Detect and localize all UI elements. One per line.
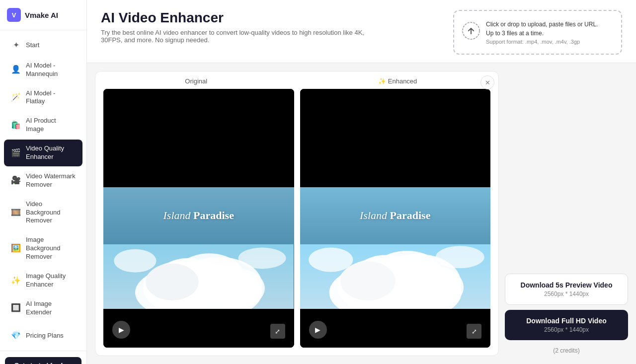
sidebar-item-pricing[interactable]: 💎 Pricing Plans — [4, 326, 82, 346]
sidebar-item-image-background-remover[interactable]: 🖼️ Image Background Remover — [4, 231, 82, 266]
original-video: Island Paradise — [103, 89, 294, 348]
logo-icon: V — [7, 8, 21, 22]
product-image-icon: 🛍️ — [11, 120, 21, 131]
sidebar-label-product-image: AI Product Image — [26, 117, 76, 134]
enhanced-label: ✨ Enhanced — [297, 77, 499, 85]
sidebar-item-ai-product-image[interactable]: 🛍️ AI Product Image — [4, 112, 82, 139]
svg-point-18 — [403, 266, 463, 308]
credits-text: (2 credits) — [505, 345, 628, 356]
video-bg-icon: 🎞️ — [11, 208, 21, 218]
sidebar-label-pricing: Pricing Plans — [26, 332, 64, 340]
svg-point-7 — [146, 263, 199, 300]
header-area: AI Video Enhancer Try the best online AI… — [87, 0, 636, 63]
pricing-icon: 💎 — [11, 331, 21, 341]
svg-point-9 — [114, 249, 156, 272]
sidebar-label-start: Start — [26, 41, 39, 50]
svg-point-17 — [340, 261, 395, 300]
sidebar-label-video-quality: Video Quality Enhancer — [26, 145, 76, 161]
upload-main-text: Click or drop to upload, paste files or … — [486, 20, 598, 38]
sidebar: V Vmake AI ✦ Start 👤 AI Model - Mannequi… — [0, 0, 87, 364]
svg-point-8 — [207, 268, 265, 308]
sidebar-item-image-quality-enhancer[interactable]: ✨ Image Quality Enhancer — [4, 267, 82, 294]
flatlay-icon: 🪄 — [11, 92, 21, 103]
enhanced-play-button[interactable]: ▶ — [309, 321, 327, 339]
sidebar-item-video-quality-enhancer[interactable]: 🎬 Video Quality Enhancer — [4, 140, 82, 166]
image-bg-icon: 🖼️ — [11, 243, 21, 254]
logo-area: V Vmake AI — [0, 0, 86, 30]
sidebar-bottom: Get started for free — [0, 351, 86, 364]
sidebar-label-image-bg: Image Background Remover — [26, 236, 76, 261]
logo-text: Vmake AI — [25, 11, 58, 19]
sidebar-item-video-background-remover[interactable]: 🎞️ Video Background Remover — [4, 195, 82, 230]
sidebar-label-mannequin: AI Model - Mannequin — [26, 62, 76, 78]
sidebar-item-ai-model-flatlay[interactable]: 🪄 AI Model - Flatlay — [4, 84, 82, 111]
sidebar-nav: ✦ Start 👤 AI Model - Mannequin 🪄 AI Mode… — [0, 30, 86, 351]
content-area: Original ✨ Enhanced Island Paradise — [87, 63, 636, 364]
sidebar-label-video-bg: Video Background Remover — [26, 200, 76, 225]
get-started-button[interactable]: Get started for free — [5, 357, 81, 364]
main-content: AI Video Enhancer Try the best online AI… — [87, 0, 636, 364]
upload-sub-text: Support format: .mp4, .mov, .m4v, .3gp — [486, 39, 598, 45]
page-title: AI Video Enhancer — [101, 10, 379, 26]
svg-point-10 — [238, 247, 286, 269]
page-subtitle: Try the best online AI video enhancer to… — [101, 29, 379, 44]
image-quality-icon: ✨ — [11, 276, 21, 286]
video-row: Island Paradise — [95, 89, 498, 356]
svg-point-20 — [435, 246, 484, 268]
sidebar-label-watermark: Video Watermark Remover — [26, 172, 76, 189]
video-quality-icon: 🎬 — [11, 148, 21, 158]
enhanced-video: Island Paradise — [300, 89, 491, 348]
download-preview-title: Download 5s Preview Video — [512, 281, 621, 289]
right-panel: Download 5s Preview Video 2560px * 1440p… — [499, 71, 628, 356]
mannequin-icon: 👤 — [11, 65, 21, 75]
download-preview-button[interactable]: Download 5s Preview Video 2560px * 1440p… — [505, 274, 628, 305]
enhanced-fullscreen-button[interactable]: ⤢ — [467, 324, 481, 339]
upload-box-header[interactable]: Click or drop to upload, paste files or … — [453, 10, 622, 55]
sparkle-icon: ✨ — [378, 77, 386, 85]
comparison-header: Original ✨ Enhanced — [95, 72, 498, 89]
original-play-button[interactable]: ▶ — [112, 321, 130, 339]
original-fullscreen-button[interactable]: ⤢ — [270, 324, 285, 339]
upload-icon — [462, 22, 480, 43]
sidebar-item-video-watermark-remover[interactable]: 🎥 Video Watermark Remover — [4, 167, 82, 194]
original-label: Original — [95, 77, 297, 85]
sidebar-label-image-extender: AI Image Extender — [26, 300, 76, 317]
sidebar-item-ai-image-extender[interactable]: 🔲 AI Image Extender — [4, 295, 82, 322]
close-button[interactable]: ✕ — [480, 75, 494, 89]
download-full-resolution: 2560px * 1440px — [512, 326, 621, 333]
download-full-button[interactable]: Download Full HD Video 2560px * 1440px — [505, 310, 628, 340]
download-full-title: Download Full HD Video — [512, 317, 621, 325]
sidebar-item-start[interactable]: ✦ Start — [4, 35, 82, 56]
sidebar-item-ai-model-mannequin[interactable]: 👤 AI Model - Mannequin — [4, 57, 82, 83]
sidebar-label-image-quality: Image Quality Enhancer — [26, 272, 76, 289]
svg-point-19 — [309, 247, 353, 272]
comparison-panel: Original ✨ Enhanced Island Paradise — [95, 71, 499, 356]
start-icon: ✦ — [11, 40, 21, 51]
sidebar-label-flatlay: AI Model - Flatlay — [26, 89, 76, 106]
image-extender-icon: 🔲 — [11, 303, 21, 313]
download-preview-resolution: 2560px * 1440px — [512, 291, 621, 297]
watermark-icon: 🎥 — [11, 175, 21, 186]
